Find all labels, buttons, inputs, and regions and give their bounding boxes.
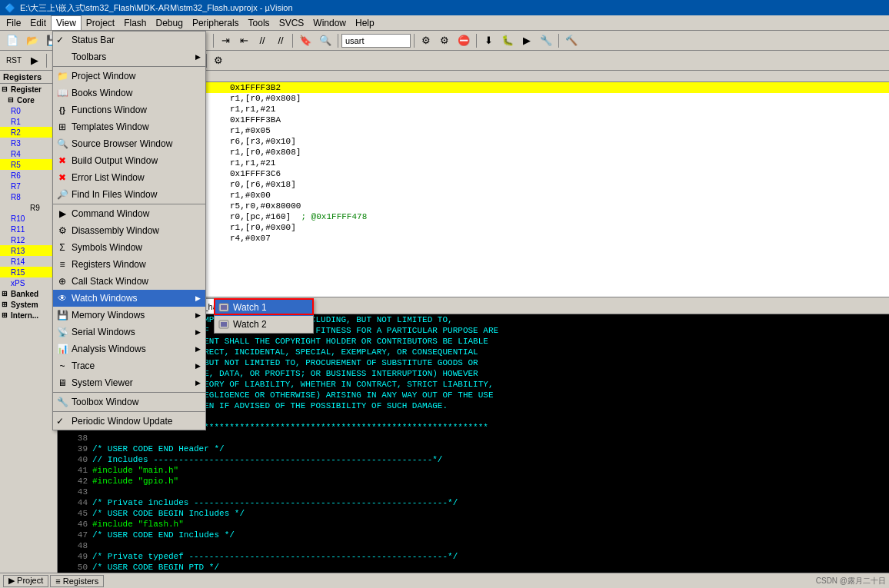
menu-templates-window[interactable]: ⊞ Templates Window	[53, 118, 205, 135]
build-btn[interactable]: ⚙	[418, 32, 435, 49]
indent-btn[interactable]: ⇥	[217, 32, 234, 49]
menu-symbols[interactable]: Σ Symbols Window	[53, 239, 205, 256]
new-file-btn[interactable]: 📄	[3, 32, 22, 49]
expand-register[interactable]: ⊟	[2, 85, 9, 93]
reg-xps[interactable]: xPS	[0, 277, 57, 288]
reg-r11[interactable]: R11	[0, 224, 57, 234]
menu-project-window[interactable]: 📁 Project Window	[53, 68, 205, 85]
run2-btn[interactable]: ▶	[26, 52, 43, 69]
menu-window[interactable]: Window	[308, 16, 351, 30]
expand-banked[interactable]: ⊞	[2, 290, 9, 297]
register-label: ⊟Register	[0, 84, 57, 95]
internal-group[interactable]: ⊞Intern...	[0, 310, 57, 321]
menu-analysis-windows[interactable]: 📊 Analysis Windows ▶	[53, 341, 205, 357]
menu-books-window[interactable]: 📖 Books Window	[53, 85, 205, 101]
sep3	[53, 392, 205, 393]
reg-r7[interactable]: R7	[0, 181, 57, 191]
menu-peripherals[interactable]: Peripherals	[188, 16, 244, 30]
menu-registers[interactable]: ≡ Registers Window	[53, 256, 205, 273]
serial-icon: 📡	[56, 326, 68, 338]
run-btn[interactable]: ▶	[518, 32, 535, 49]
menu-edit[interactable]: Edit	[25, 16, 51, 30]
menu-toolbox[interactable]: 🔧 Toolbox Window	[53, 394, 205, 410]
reg-r15[interactable]: R15	[0, 267, 57, 277]
system-group[interactable]: ⊞System	[0, 299, 57, 310]
menu-call-stack[interactable]: ⊕ Call Stack Window	[53, 273, 205, 290]
expand-system[interactable]: ⊞	[2, 301, 9, 308]
reg-r5[interactable]: R5	[0, 159, 57, 170]
menu-build-output[interactable]: ✖ Build Output Window	[53, 152, 205, 169]
debug-btn[interactable]: 🐛	[498, 32, 517, 49]
menu-help[interactable]: Help	[351, 16, 379, 30]
toolbox-icon: 🔧	[56, 396, 68, 408]
code-line: 47 /* USER CODE END Includes */	[58, 530, 889, 540]
reset-btn[interactable]: RST	[3, 52, 25, 69]
menu-serial-windows[interactable]: 📡 Serial Windows ▶	[53, 324, 205, 341]
menu-trace[interactable]: ~ Trace ▶	[53, 357, 205, 374]
submenu-arrow: ▶	[195, 53, 201, 61]
menu-toolbars[interactable]: Toolbars ▶	[53, 48, 205, 65]
reg-r14[interactable]: R14	[0, 256, 57, 267]
trace-submenu-arrow: ▶	[195, 362, 201, 370]
status-project[interactable]: ▶ Project	[3, 575, 48, 587]
expand-internal[interactable]: ⊞	[2, 311, 9, 319]
menu-disassembly[interactable]: ⚙ Disassembly Window	[53, 222, 205, 239]
menu-find-files[interactable]: 🔎 Find In Files Window	[53, 186, 205, 203]
menu-error-list[interactable]: ✖ Error List Window	[53, 169, 205, 186]
menu-view[interactable]: View	[51, 15, 82, 30]
watermark: CSDN @露月二十日	[816, 576, 886, 586]
menu-file[interactable]: File	[2, 16, 25, 30]
menu-project[interactable]: Project	[82, 16, 119, 30]
reg-r0[interactable]: R0	[0, 105, 57, 116]
code-line: 39 /* USER CODE END Header */	[58, 443, 889, 454]
reg-r2[interactable]: R2	[0, 127, 57, 138]
code-line: 49 /* Private typedef ------------------…	[58, 551, 889, 562]
reg-r4[interactable]: R4	[0, 148, 57, 159]
reg-r12[interactable]: R12	[0, 234, 57, 245]
menu-command-window[interactable]: ▶ Command Window	[53, 205, 205, 222]
menu-periodic-update[interactable]: ✓ Periodic Window Update	[53, 413, 205, 430]
code-line: 41 #include "main.h"	[58, 465, 889, 476]
watch2-item[interactable]: Watch 2	[215, 316, 313, 333]
watch1-item[interactable]: Watch 1	[215, 299, 313, 316]
menu-tools[interactable]: Tools	[244, 16, 275, 30]
menu-debug[interactable]: Debug	[151, 16, 188, 30]
build-icon: ✖	[56, 154, 68, 167]
stop-btn[interactable]: ⛔	[454, 32, 473, 49]
outdent-btn[interactable]: ⇤	[235, 32, 252, 49]
menu-system-viewer[interactable]: 🖥 System Viewer ▶	[53, 374, 205, 391]
reg-r3[interactable]: R3	[0, 138, 57, 148]
download-btn[interactable]: ⬇	[480, 32, 497, 49]
uncomment-btn[interactable]: //	[272, 32, 289, 49]
banked-group[interactable]: ⊞Banked	[0, 288, 57, 299]
status-registers[interactable]: ≡ Registers	[50, 575, 104, 587]
menu-status-bar[interactable]: ✓ Status Bar	[53, 32, 205, 48]
menu-flash[interactable]: Flash	[119, 16, 151, 30]
code-line: 48	[58, 540, 889, 551]
comment-btn[interactable]: //	[254, 32, 271, 49]
menu-svcs[interactable]: SVCS	[275, 16, 309, 30]
watch-windows-icon: 👁	[56, 292, 68, 304]
target-input[interactable]	[341, 34, 411, 48]
bookmark-btn[interactable]: 🔖	[296, 32, 315, 49]
expand-core[interactable]: ⊟	[8, 96, 15, 104]
reg-r13[interactable]: R13	[0, 245, 57, 256]
reg-r1[interactable]: R1	[0, 116, 57, 127]
reg-r8[interactable]: R8	[0, 191, 57, 202]
sep4	[53, 411, 205, 412]
rebuild-btn[interactable]: ⚙	[436, 32, 453, 49]
menu-functions-window[interactable]: {} Functions Window	[53, 101, 205, 118]
reg-r9[interactable]: R9	[0, 202, 57, 213]
open-btn[interactable]: 📂	[23, 32, 42, 49]
menu-source-browser[interactable]: 🔍 Source Browser Window	[53, 135, 205, 152]
find-btn[interactable]: 🔍	[316, 32, 335, 49]
reg-r6[interactable]: R6	[0, 170, 57, 181]
error-icon: ✖	[56, 171, 68, 184]
sim-btn[interactable]: ⚙	[210, 52, 227, 69]
menu-watch-windows[interactable]: 👁 Watch Windows ▶	[53, 290, 205, 307]
reg-r10[interactable]: R10	[0, 213, 57, 224]
options-btn[interactable]: 🔧	[537, 32, 555, 49]
source-browser-icon: 🔍	[56, 138, 68, 150]
menu-memory-windows[interactable]: 💾 Memory Windows ▶	[53, 307, 205, 324]
wrench-btn[interactable]: 🔨	[562, 32, 581, 49]
